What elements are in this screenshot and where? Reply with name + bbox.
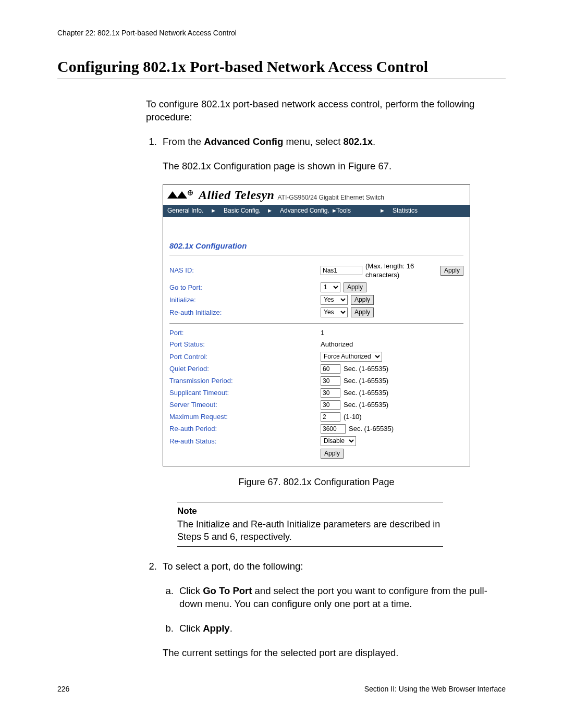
switch-model: ATI-GS950/24 Gigabit Ethernet Switch xyxy=(277,193,384,202)
step1-result: The 802.1x Configuration page is shown i… xyxy=(163,160,506,173)
svg-marker-1 xyxy=(177,191,187,199)
menu-statistics[interactable]: Statistics xyxy=(388,205,422,217)
server-timeout-input[interactable] xyxy=(321,400,340,410)
step2b-prefix: Click xyxy=(179,623,203,634)
nas-id-hint: (Max. length: 16 characters) xyxy=(365,262,437,280)
apply-button[interactable]: Apply xyxy=(351,307,374,317)
section-divider xyxy=(169,323,463,324)
title-rule xyxy=(57,79,506,79)
menu-label: Advanced Config. xyxy=(280,206,329,215)
chapter-header: Chapter 22: 802.1x Port-based Network Ac… xyxy=(57,29,506,37)
reauth-status-select[interactable]: Disable xyxy=(321,436,356,446)
menu-label: General Info. xyxy=(167,206,203,215)
label-nas-id: NAS ID: xyxy=(169,266,321,275)
menu-advanced-config[interactable]: Advanced Config. ▶ xyxy=(276,205,332,217)
nas-id-input[interactable] xyxy=(321,266,362,275)
apply-button[interactable]: Apply xyxy=(344,282,366,292)
quiet-period-input[interactable] xyxy=(321,364,340,374)
note-label: Note xyxy=(177,505,443,517)
menu-label: Basic Config. xyxy=(224,206,261,215)
menu-tools[interactable]: Tools ▶ xyxy=(332,205,388,217)
goto-port-select[interactable]: 1 xyxy=(321,282,340,292)
chevron-right-icon: ▶ xyxy=(381,207,384,214)
sec-hint: Sec. (1-65535) xyxy=(349,424,394,434)
menu-label: Tools xyxy=(336,206,351,215)
label-server-timeout: Server Timeout: xyxy=(169,400,321,410)
figure-caption: Figure 67. 802.1x Configuration Page xyxy=(163,476,470,488)
port-control-select[interactable]: Force Authorized xyxy=(321,352,382,362)
step2a-bold: Go To Port xyxy=(203,585,252,596)
sec-hint: Sec. (1-65535) xyxy=(344,388,388,398)
step-1: From the Advanced Config menu, select 80… xyxy=(160,135,506,547)
sec-hint: Sec. (1-65535) xyxy=(344,364,388,374)
chevron-right-icon: ▶ xyxy=(212,207,215,214)
section-footer: Section II: Using the Web Browser Interf… xyxy=(364,685,506,693)
menu-label: Statistics xyxy=(393,206,418,215)
figure-67: Allied Telesyn ATI-GS950/24 Gigabit Ethe… xyxy=(163,184,506,488)
step2b-suffix: . xyxy=(230,623,232,634)
menu-basic-config[interactable]: Basic Config. ▶ xyxy=(219,205,276,217)
chevron-right-icon: ▶ xyxy=(268,207,272,214)
page-number: 226 xyxy=(57,685,69,693)
svg-marker-0 xyxy=(167,191,178,199)
maxreq-hint: (1-10) xyxy=(344,412,362,422)
config-screenshot: Allied Telesyn ATI-GS950/24 Gigabit Ethe… xyxy=(163,184,470,466)
step-2b: Click Apply. xyxy=(176,622,506,635)
label-supp-timeout: Supplicant Timeout: xyxy=(169,388,321,398)
screenshot-header: Allied Telesyn ATI-GS950/24 Gigabit Ethe… xyxy=(163,185,470,205)
panel-rule xyxy=(169,255,463,255)
sec-hint: Sec. (1-65535) xyxy=(344,376,388,386)
note-block: Note The Initialize and Re-auth Initiali… xyxy=(177,502,443,547)
apply-button[interactable]: Apply xyxy=(321,449,344,459)
label-initialize: Initialize: xyxy=(169,295,321,305)
step-2a: Click Go To Port and select the port you… xyxy=(176,585,506,611)
reauth-period-input[interactable] xyxy=(321,424,346,434)
allied-telesyn-logo: Allied Telesyn xyxy=(166,187,274,203)
intro-paragraph: To configure 802.1x port-based network a… xyxy=(146,98,506,124)
step2a-prefix: Click xyxy=(179,585,203,596)
logo-text: Allied Telesyn xyxy=(199,187,274,203)
section-title: Configuring 802.1x Port-based Network Ac… xyxy=(57,58,506,76)
initialize-select[interactable]: Yes xyxy=(321,295,348,305)
label-reauth-period: Re-auth Period: xyxy=(169,424,321,434)
sec-hint: Sec. (1-65535) xyxy=(344,400,388,410)
label-goto-port: Go to Port: xyxy=(169,283,321,292)
supp-timeout-input[interactable] xyxy=(321,388,340,398)
step1-text: From the xyxy=(163,136,204,147)
step2-result: The current settings for the selected po… xyxy=(163,647,506,660)
label-port: Port: xyxy=(169,328,321,338)
panel-title: 802.1x Configuration xyxy=(169,241,463,251)
menu-bar: General Info. ▶ Basic Config. ▶ Advanced… xyxy=(163,205,470,217)
step2b-bold: Apply xyxy=(203,623,229,634)
menu-general-info[interactable]: General Info. ▶ xyxy=(163,205,219,217)
step-2: To select a port, do the following: Clic… xyxy=(160,560,506,660)
port-value: 1 xyxy=(321,328,463,338)
step1-suffix: . xyxy=(373,136,375,147)
label-tx-period: Transmission Period: xyxy=(169,376,321,386)
apply-button[interactable]: Apply xyxy=(351,295,374,305)
tx-period-input[interactable] xyxy=(321,376,340,386)
label-max-request: Maximum Request: xyxy=(169,412,321,422)
step1-target: 802.1x xyxy=(343,136,373,147)
logo-mark-icon xyxy=(166,190,197,200)
apply-button[interactable]: Apply xyxy=(440,266,463,276)
note-body: The Initialize and Re-auth Initialize pa… xyxy=(177,519,443,543)
step1-mid: menu, select xyxy=(283,136,343,147)
port-status-value: Authorized xyxy=(321,340,463,349)
label-reauth-init: Re-auth Initialize: xyxy=(169,308,321,317)
label-quiet-period: Quiet Period: xyxy=(169,364,321,374)
label-reauth-status: Re-auth Status: xyxy=(169,437,321,446)
label-port-control: Port Control: xyxy=(169,352,321,362)
step2-intro: To select a port, do the following: xyxy=(163,560,506,573)
max-request-input[interactable] xyxy=(321,412,340,422)
label-port-status: Port Status: xyxy=(169,340,321,349)
step1-menu-name: Advanced Config xyxy=(204,136,283,147)
reauth-init-select[interactable]: Yes xyxy=(321,307,348,317)
